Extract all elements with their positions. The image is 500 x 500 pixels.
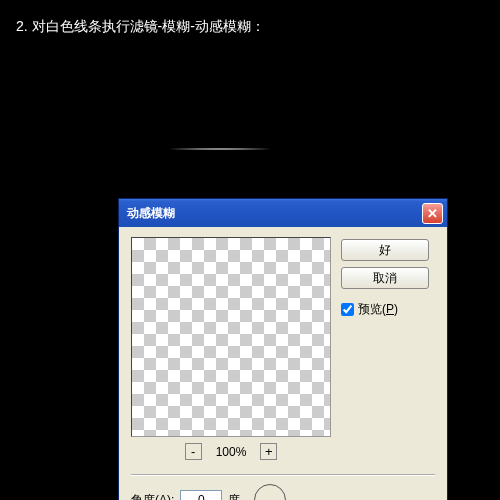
plus-icon: +	[265, 445, 273, 458]
close-icon: ✕	[427, 206, 438, 221]
zoom-controls: - 100% +	[131, 443, 331, 460]
cancel-button[interactable]: 取消	[341, 267, 429, 289]
zoom-out-button[interactable]: -	[185, 443, 202, 460]
dialog-titlebar[interactable]: 动感模糊 ✕	[119, 199, 447, 227]
dialog-title: 动感模糊	[127, 205, 422, 222]
preview-checkbox-row[interactable]: 预览(P)	[341, 301, 439, 318]
preview-canvas[interactable]	[131, 237, 331, 437]
angle-unit: 度	[228, 492, 240, 501]
controls-column: 好 取消 预览(P)	[341, 237, 439, 460]
dialog-body: - 100% + 好 取消 预览(P)	[119, 227, 447, 470]
preview-column: - 100% +	[131, 237, 331, 460]
minus-icon: -	[191, 445, 195, 458]
angle-dial[interactable]	[254, 484, 286, 500]
angle-input[interactable]	[180, 490, 222, 500]
step-instruction: 2. 对白色线条执行滤镜-模糊-动感模糊：	[0, 0, 500, 54]
close-button[interactable]: ✕	[422, 203, 443, 224]
zoom-in-button[interactable]: +	[260, 443, 277, 460]
preview-checkbox[interactable]	[341, 303, 354, 316]
motion-blur-line-preview	[160, 148, 280, 150]
motion-blur-dialog: 动感模糊 ✕ - 100% + 好 取消 预览(P) 角度(A): 度	[118, 198, 448, 500]
preview-checkbox-label: 预览(P)	[358, 301, 398, 318]
zoom-percent: 100%	[216, 445, 247, 459]
angle-row: 角度(A): 度	[119, 484, 447, 500]
ok-button[interactable]: 好	[341, 239, 429, 261]
angle-label: 角度(A):	[131, 492, 174, 501]
divider	[131, 474, 435, 476]
